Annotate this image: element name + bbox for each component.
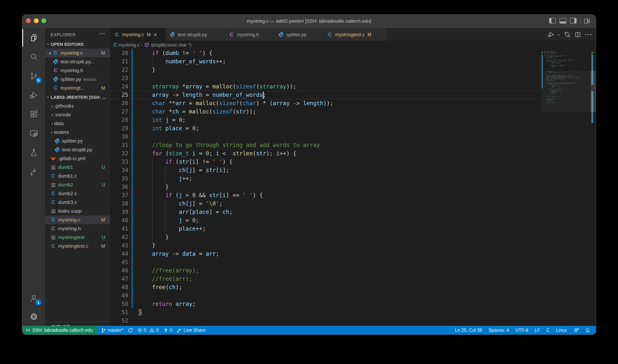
tab-test-strsplit.py[interactable]: test-strsplit.py <box>166 28 225 41</box>
tree-item-mystringtest.c[interactable]: Cmystringtest.cM <box>45 242 110 250</box>
line-number: 44 <box>110 250 128 258</box>
python-icon <box>278 31 284 38</box>
indentation-item[interactable]: Spaces: 4 <box>489 328 509 333</box>
close-icon[interactable]: × <box>49 50 52 56</box>
warning-icon <box>149 328 154 333</box>
activity-settings-gear-icon[interactable] <box>22 308 45 325</box>
breadcrumb[interactable]: C mystring.c › strsplit(const char *) <box>110 41 596 49</box>
minimap[interactable]: #include <stdlib.h>#include <string.h>#i… <box>541 49 591 326</box>
cursor-position-item[interactable]: Ln 25, Col 38 <box>455 328 482 333</box>
tree-item-.gitlab-ci.yml[interactable]: .gitlab-ci.yml <box>45 154 110 163</box>
encoding-item[interactable]: UTF-8 <box>515 328 528 333</box>
activity-search-icon[interactable] <box>22 48 45 66</box>
open-editor-item[interactable]: test-strsplit.py... <box>45 57 110 66</box>
code-line-46: //free(array); <box>139 266 199 275</box>
chevron-right-icon: › <box>50 112 54 118</box>
indent-guide <box>166 216 166 225</box>
activity-testing-icon[interactable] <box>22 144 45 161</box>
git-modified-gutter <box>131 49 133 308</box>
tree-item-mystring.c[interactable]: Cmystring.cM <box>45 215 110 224</box>
code-line-37: if (j > 0 && str[i] == ' ') { <box>139 191 263 199</box>
minimap-viewport[interactable] <box>541 71 591 112</box>
toggle-secondary-sidebar-icon[interactable] <box>570 18 577 24</box>
os-item[interactable]: Linux <box>556 328 567 333</box>
sync-status-item[interactable] <box>128 327 133 333</box>
tab-mystring.h[interactable]: Cmystring.h <box>225 28 274 41</box>
tab-mystring.c[interactable]: Cmystring.cM× <box>110 28 166 41</box>
tree-item-dumb1[interactable]: dumb1U <box>45 163 110 172</box>
run-or-debug-icon[interactable] <box>547 31 554 38</box>
chevron-down-icon[interactable]: › <box>558 31 560 38</box>
file-label: dumb2.c <box>58 191 77 196</box>
tree-item-dumb3.c[interactable]: Cdumb3.c <box>45 198 110 207</box>
code-line-38: ch[j] = '\0'; <box>139 199 223 208</box>
breadcrumb-symbol[interactable]: strsplit(const char *) <box>151 42 192 47</box>
tree-item-dumb2[interactable]: dumb2U <box>45 181 110 189</box>
open-editors-section-header[interactable]: ›OPEN EDITORS <box>45 40 110 49</box>
project-root-header[interactable]: ›LAB02-JRENTERI [SSH: ... <box>45 93 110 102</box>
activity-account-icon[interactable]: 1 <box>22 289 45 307</box>
tree-item-leaks.supp[interactable]: leaks.supp <box>45 207 110 215</box>
line-number: 21 <box>110 57 128 66</box>
problems-status-item[interactable]: 0 0 <box>137 328 159 333</box>
code-line-47: //free(arr); <box>139 275 192 283</box>
tree-item-mystringtest[interactable]: mystringtestU <box>45 233 110 242</box>
activity-run-debug-icon[interactable] <box>22 86 45 104</box>
open-editor-label: test-strsplit.py... <box>61 59 94 65</box>
close-icon[interactable]: × <box>154 31 157 38</box>
language-mode-item[interactable]: C <box>546 328 550 333</box>
tree-item-.vscode[interactable]: ›.vscode <box>45 110 110 119</box>
activity-extensions-icon[interactable] <box>22 105 45 123</box>
line-number: 40 <box>110 216 128 225</box>
explorer-more-actions-icon[interactable]: ··· <box>99 31 105 37</box>
open-editor-item[interactable]: splitter.pytesters <box>45 75 110 84</box>
tree-item-testers[interactable]: ›testers <box>45 128 110 137</box>
more-actions-icon[interactable]: ··· <box>585 31 592 38</box>
tree-item-dumb2.c[interactable]: Cdumb2.c <box>45 189 110 198</box>
line-number: 33 <box>110 158 128 166</box>
tab-splitter.py[interactable]: splitter.py <box>274 28 323 41</box>
open-changes-icon[interactable] <box>564 31 571 38</box>
activity-live-share-icon[interactable] <box>22 163 45 181</box>
toggle-panel-icon[interactable] <box>559 18 566 24</box>
scrollbar-slider[interactable] <box>591 71 596 112</box>
activity-remote-explorer-icon[interactable] <box>22 125 45 142</box>
file-label: mystringtest.c <box>58 243 88 249</box>
open-editor-item[interactable]: Cmystringt...M <box>45 84 110 92</box>
customize-layout-icon[interactable] <box>584 18 590 23</box>
tree-item-dumb1.c[interactable]: Cdumb1.c <box>45 172 110 181</box>
eol-item[interactable]: LF <box>535 328 540 333</box>
open-editor-item[interactable]: Cmystring.h <box>45 66 110 75</box>
document-icon <box>50 234 56 240</box>
live-share-status-item[interactable]: Live Share <box>177 327 206 333</box>
notifications-bell-icon[interactable] <box>585 327 590 333</box>
remote-indicator[interactable]: SSH: labradoodle.caltech.edu <box>22 326 97 335</box>
branch-status-item[interactable]: master* <box>101 327 123 333</box>
breadcrumb-file[interactable]: mystring.c <box>119 42 140 47</box>
tree-item-data[interactable]: ›data <box>45 119 110 128</box>
tree-item-mystring.h[interactable]: Cmystring.h <box>45 224 110 233</box>
tree-item-.githooks[interactable]: ›.githooks <box>45 102 110 110</box>
file-label: test-strsplit.py <box>62 147 92 153</box>
code-area[interactable]: 2021222324252627282930313233343536373839… <box>110 49 596 326</box>
tab-mystringtest.c[interactable]: Cmystringtest.cM <box>323 28 387 41</box>
activity-files-icon[interactable] <box>22 29 45 47</box>
feedback-icon[interactable] <box>573 327 579 333</box>
toggle-primary-sidebar-icon[interactable] <box>549 18 556 24</box>
outline-section-header[interactable]: ›OUTLINE <box>45 322 110 326</box>
open-editor-label: splitter.py <box>61 77 81 82</box>
overview-ruler[interactable] <box>591 49 596 326</box>
open-editor-item[interactable]: ×Cmystring.cM <box>45 49 110 57</box>
tree-item-splitter.py[interactable]: splitter.py <box>45 137 110 145</box>
folder-label: data <box>54 121 64 126</box>
chevron-right-icon: › <box>50 120 54 127</box>
tab-label: test-strsplit.py <box>178 32 207 37</box>
vscode-window: mystring.c — lab02-jrenteri [SSH: labrad… <box>22 15 596 335</box>
split-editor-icon[interactable] <box>575 31 581 38</box>
tree-item-test-strsplit.py[interactable]: test-strsplit.py <box>45 145 110 154</box>
file-label: dumb3.c <box>58 199 77 205</box>
line-number: 22 <box>110 66 128 74</box>
python-icon <box>54 138 60 144</box>
activity-source-control-icon[interactable]: 5 <box>22 67 45 85</box>
ports-status-item[interactable]: 0 <box>163 327 172 333</box>
